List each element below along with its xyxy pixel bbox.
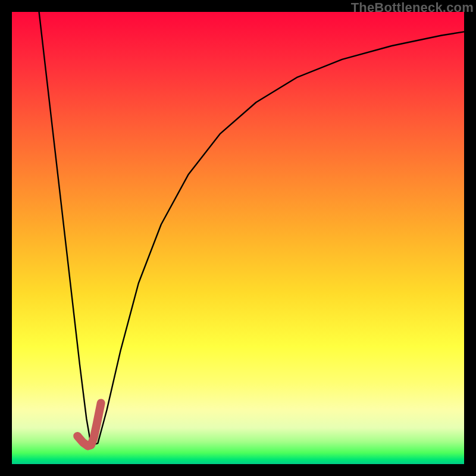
- bottleneck-curve: [39, 12, 464, 445]
- chart-plot-area: [12, 12, 464, 464]
- chart-frame: TheBottleneck.com: [0, 0, 476, 476]
- accent-segment: [77, 403, 101, 446]
- watermark-text: TheBottleneck.com: [351, 0, 474, 15]
- chart-svg: [12, 12, 464, 464]
